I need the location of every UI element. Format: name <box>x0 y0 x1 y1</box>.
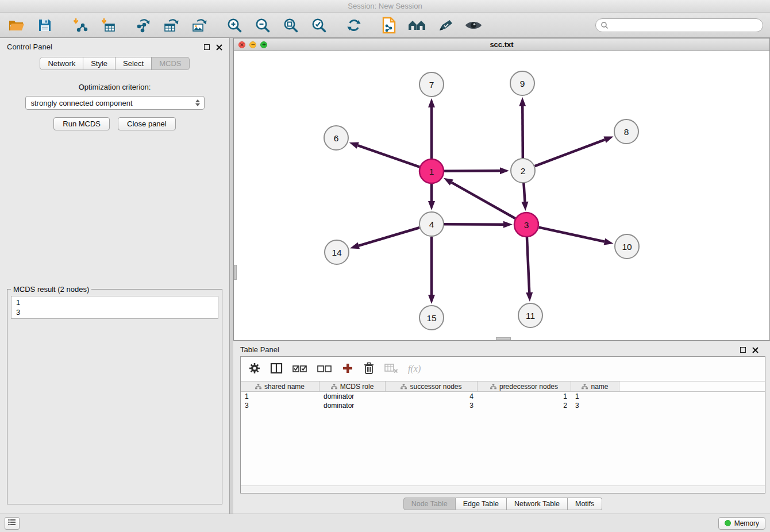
table-cell: 2 <box>478 402 571 410</box>
svg-text:14: 14 <box>332 248 342 257</box>
close-panel-icon[interactable] <box>216 44 222 50</box>
close-light[interactable] <box>238 41 245 48</box>
node-11[interactable]: 11 <box>518 303 542 327</box>
tab-motifs[interactable]: Motifs <box>568 498 602 510</box>
node-1[interactable]: 1 <box>419 159 444 183</box>
run-mcds-button[interactable]: Run MCDS <box>53 117 110 130</box>
table-cell: 3 <box>241 402 319 410</box>
main-toolbar <box>0 13 770 38</box>
panel-menu-button[interactable] <box>5 517 20 530</box>
table-horizontal-scrollbar[interactable] <box>241 485 765 493</box>
edge-1-4[interactable] <box>428 184 435 210</box>
table-cell: 1 <box>478 392 571 400</box>
control-panel-buttons: Run MCDS Close panel <box>53 117 175 130</box>
zoom-light[interactable] <box>260 41 267 48</box>
table-row[interactable]: 1dominator411 <box>241 392 765 401</box>
edge-3-1[interactable] <box>444 178 515 218</box>
clone-network-icon[interactable] <box>133 15 153 36</box>
tab-node-table[interactable]: Node Table <box>403 498 456 510</box>
edge-4-14[interactable] <box>350 228 419 249</box>
tab-mcds[interactable]: MCDS <box>152 57 189 70</box>
table-cell: dominator <box>319 402 386 410</box>
edge-2-8[interactable] <box>535 136 614 166</box>
column-header-mcds-role[interactable]: MCDS role <box>319 381 386 391</box>
edge-4-3[interactable] <box>444 221 513 228</box>
splitter-handle-left[interactable] <box>234 265 237 280</box>
app-title: Session: New Session <box>348 2 422 10</box>
close-panel-button[interactable]: Close panel <box>118 117 176 130</box>
search-input[interactable] <box>595 18 763 32</box>
close-table-panel-icon[interactable] <box>752 346 759 353</box>
table-cell: 4 <box>386 392 478 400</box>
zoom-selected-icon[interactable] <box>309 15 329 36</box>
table-row[interactable]: 3dominator323 <box>241 401 765 410</box>
splitter-handle-bottom[interactable] <box>496 337 511 340</box>
refresh-icon[interactable] <box>344 15 364 36</box>
node-8[interactable]: 8 <box>614 119 638 144</box>
svg-text:4: 4 <box>429 219 434 229</box>
first-neighbors-icon[interactable] <box>407 15 427 36</box>
column-header-shared-name[interactable]: shared name <box>241 381 319 391</box>
deselect-all-icon[interactable] <box>317 363 332 376</box>
memory-status-dot <box>725 520 731 526</box>
node-4[interactable]: 4 <box>419 212 444 236</box>
select-all-icon[interactable] <box>292 363 307 376</box>
edge-3-11[interactable] <box>526 237 533 302</box>
edge-3-10[interactable] <box>538 228 613 245</box>
edge-1-2[interactable] <box>444 167 509 174</box>
mcds-result-list[interactable]: 13 <box>11 296 218 319</box>
function-icon[interactable]: f(x) <box>408 364 421 374</box>
memory-button[interactable]: Memory <box>718 517 765 530</box>
save-session-icon[interactable] <box>35 15 55 36</box>
export-image-icon[interactable] <box>190 15 209 36</box>
minimize-light[interactable] <box>249 41 256 48</box>
delete-table-icon[interactable] <box>384 363 398 376</box>
gear-icon[interactable] <box>249 363 260 376</box>
network-canvas[interactable]: 7968124314101511 <box>234 51 769 340</box>
trash-icon[interactable] <box>363 362 375 376</box>
import-network-icon[interactable] <box>70 15 90 36</box>
mcds-result-item: 3 <box>16 307 213 317</box>
add-column-icon[interactable] <box>342 363 353 376</box>
node-15[interactable]: 15 <box>419 306 444 330</box>
tab-network[interactable]: Network <box>40 57 83 70</box>
tab-select[interactable]: Select <box>116 57 152 70</box>
column-header-predecessor-nodes[interactable]: predecessor nodes <box>478 381 571 391</box>
zoom-out-icon[interactable] <box>253 15 272 36</box>
edge-2-9[interactable] <box>519 97 526 158</box>
node-7[interactable]: 7 <box>419 72 444 97</box>
node-3[interactable]: 3 <box>514 213 538 237</box>
eye-icon[interactable] <box>464 15 483 36</box>
column-header-name[interactable]: name <box>571 381 619 391</box>
edge-2-3[interactable] <box>521 183 528 211</box>
node-9[interactable]: 9 <box>510 71 534 95</box>
float-table-panel-icon[interactable] <box>740 347 746 353</box>
svg-text:7: 7 <box>429 80 434 90</box>
node-6[interactable]: 6 <box>324 126 348 150</box>
zoom-in-icon[interactable] <box>225 15 244 36</box>
tab-style[interactable]: Style <box>83 57 116 70</box>
node-2[interactable]: 2 <box>511 159 535 183</box>
open-file-icon[interactable] <box>7 15 26 36</box>
clone-table-icon[interactable] <box>161 15 181 36</box>
column-header-successor-nodes[interactable]: successor nodes <box>386 381 478 391</box>
tab-network-table[interactable]: Network Table <box>507 498 568 510</box>
edge-1-7[interactable] <box>428 98 435 159</box>
network-window-titlebar[interactable]: scc.txt <box>234 38 769 51</box>
criterion-dropdown[interactable]: strongly connected component <box>25 96 205 110</box>
float-panel-icon[interactable] <box>204 44 210 50</box>
annotation-icon[interactable] <box>436 15 455 36</box>
copy-view-icon[interactable] <box>379 15 399 36</box>
zoom-fit-icon[interactable] <box>281 15 301 36</box>
columns-icon[interactable] <box>270 362 283 376</box>
edge-4-15[interactable] <box>428 237 435 304</box>
node-14[interactable]: 14 <box>325 240 349 264</box>
import-table-icon[interactable] <box>98 15 118 36</box>
svg-text:8: 8 <box>624 127 629 137</box>
list-icon <box>8 519 16 527</box>
control-panel-title: Control Panel <box>7 43 52 51</box>
tab-edge-table[interactable]: Edge Table <box>456 498 507 510</box>
node-10[interactable]: 10 <box>615 234 639 259</box>
table-panel-tabs: Node TableEdge TableNetwork TableMotifs <box>240 494 765 514</box>
edge-1-6[interactable] <box>349 142 420 167</box>
